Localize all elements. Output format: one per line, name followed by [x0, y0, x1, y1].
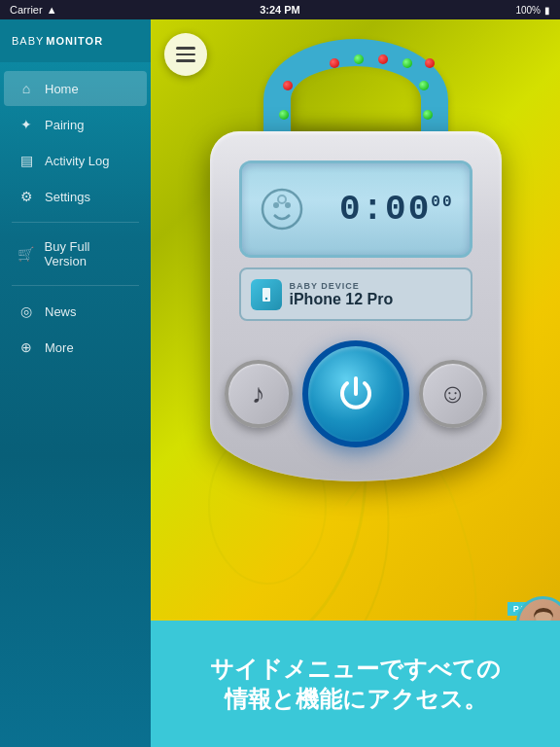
timer-seconds: 00 — [431, 194, 453, 211]
face-button[interactable]: ☺ — [419, 360, 487, 428]
music-icon: ♪ — [252, 378, 265, 409]
bottom-text-line2: 情報と機能にアクセス。 — [225, 684, 487, 714]
device-info-icon — [251, 279, 282, 310]
led-red-1 — [283, 81, 293, 90]
sidebar-item-settings[interactable]: ⚙ Settings — [4, 179, 147, 214]
svg-point-2 — [273, 202, 279, 208]
sidebar-item-news[interactable]: ◎ News — [4, 294, 147, 329]
activity-log-icon: ▤ — [18, 152, 35, 169]
more-icon: ⊕ — [18, 338, 35, 356]
sidebar-header: BABY MONITOR — [0, 19, 151, 62]
svg-point-3 — [285, 202, 291, 208]
sidebar: BABY MONITOR ⌂ Home ✦ Pairing ▤ Activity… — [0, 19, 151, 747]
led-green-2 — [419, 81, 429, 90]
status-carrier: Carrier ▲ — [10, 4, 57, 16]
nav-divider-1 — [12, 222, 139, 223]
logo-monitor: MONITOR — [46, 35, 103, 47]
main-content: 0:00 00 BABY DEVICE i — [151, 19, 560, 747]
pairing-icon: ✦ — [18, 116, 35, 133]
timer-display: 0:00 00 — [339, 190, 454, 230]
home-label: Home — [45, 82, 79, 96]
news-icon: ◎ — [18, 302, 35, 320]
bottom-bar: サイドメニューですべての 情報と機能にアクセス。 — [151, 621, 560, 747]
buy-label: Buy Full Version — [45, 239, 133, 268]
led-green-3 — [423, 110, 433, 120]
sidebar-item-home[interactable]: ⌂ Home — [4, 71, 147, 106]
battery-label: 100% — [515, 5, 541, 16]
face-icon: ☺ — [438, 378, 467, 409]
status-time: 3:24 PM — [260, 4, 300, 16]
screen-timer: 0:00 00 — [339, 190, 454, 230]
logo-baby: BABY — [12, 35, 44, 47]
led-red-top-2 — [378, 54, 388, 64]
pairing-label: Pairing — [45, 118, 84, 132]
sidebar-nav: ⌂ Home ✦ Pairing ▤ Activity Log ⚙ Settin… — [0, 62, 151, 747]
device-body: 0:00 00 BABY DEVICE i — [210, 131, 502, 481]
power-button[interactable] — [302, 340, 409, 447]
device-container: 0:00 00 BABY DEVICE i — [191, 39, 521, 545]
app-container: BABY MONITOR ⌂ Home ✦ Pairing ▤ Activity… — [0, 19, 560, 747]
timer-value: 0:00 — [339, 190, 431, 230]
buy-icon: 🛒 — [18, 245, 35, 263]
sidebar-item-more[interactable]: ⊕ More — [4, 330, 147, 365]
activity-log-label: Activity Log — [45, 154, 109, 168]
led-green-top-2 — [402, 58, 412, 68]
nav-divider-2 — [12, 285, 139, 286]
power-icon — [334, 373, 377, 415]
status-right: 100% ▮ — [515, 5, 550, 16]
sidebar-item-activity-log[interactable]: ▤ Activity Log — [4, 143, 147, 178]
battery-icon: ▮ — [544, 5, 550, 16]
led-red-top-1 — [330, 58, 339, 68]
app-logo: BABY MONITOR — [12, 35, 103, 47]
settings-icon: ⚙ — [18, 188, 35, 205]
led-green-1 — [279, 110, 289, 120]
wifi-icon: ▲ — [47, 4, 57, 16]
home-icon: ⌂ — [18, 80, 35, 97]
device-buttons: ♪ ☺ — [225, 340, 487, 447]
device-info: BABY DEVICE iPhone 12 Pro — [239, 267, 472, 321]
more-label: More — [45, 340, 74, 355]
led-red-top-3 — [425, 58, 435, 68]
sidebar-item-pairing[interactable]: ✦ Pairing — [4, 107, 147, 142]
carrier-label: Carrier — [10, 4, 43, 16]
svg-point-5 — [264, 297, 266, 299]
svg-point-4 — [278, 196, 286, 203]
status-bar: Carrier ▲ 3:24 PM 100% ▮ — [0, 0, 560, 19]
bottom-text-line1: サイドメニューですべての — [210, 654, 501, 684]
sidebar-item-buy[interactable]: 🛒 Buy Full Version — [4, 231, 147, 277]
device-info-label: BABY DEVICE — [290, 281, 394, 291]
baby-face-icon — [258, 180, 306, 238]
device-info-name: iPhone 12 Pro — [290, 291, 394, 308]
device-screen: 0:00 00 — [239, 160, 472, 258]
news-label: News — [45, 304, 77, 319]
settings-label: Settings — [45, 190, 90, 204]
led-green-top-1 — [354, 54, 364, 64]
music-button[interactable]: ♪ — [225, 360, 293, 428]
device-info-text: BABY DEVICE iPhone 12 Pro — [290, 281, 394, 308]
